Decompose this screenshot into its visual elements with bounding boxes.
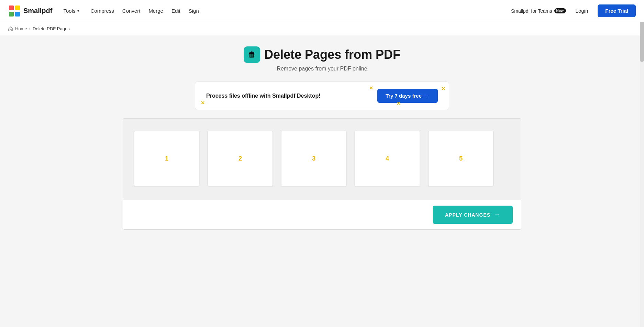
title-row: 🗑 Delete Pages from PDF [244, 46, 400, 63]
page-number-1: 1 [165, 155, 168, 162]
logo[interactable]: Smallpdf [8, 5, 52, 17]
nav-right: Smallpdf for Teams New Login Free Trial [511, 4, 636, 17]
page-number-4: 4 [386, 155, 389, 162]
page-title-area: 🗑 Delete Pages from PDF Remove pages fro… [244, 46, 400, 72]
tools-chevron-icon: ▾ [77, 9, 79, 13]
breadcrumb-home-icon[interactable] [8, 26, 13, 31]
workspace: 12345 APPLY CHANGES → [123, 118, 521, 230]
sparkle-1-icon: ✕ [369, 85, 373, 91]
teams-link[interactable]: Smallpdf for Teams New [511, 8, 566, 14]
pdf-page-1[interactable]: 1 [134, 131, 199, 186]
page-number-5: 5 [459, 155, 463, 162]
try-free-label: Try 7 days free [386, 93, 422, 99]
sparkle-2-icon: ✕ [201, 100, 205, 106]
teams-label: Smallpdf for Teams [511, 8, 552, 14]
sign-link[interactable]: Sign [189, 8, 199, 14]
scrollbar[interactable] [640, 0, 644, 327]
apply-changes-label: APPLY CHANGES [445, 212, 490, 218]
tools-label: Tools [63, 8, 75, 14]
page-title: Delete Pages from PDF [264, 47, 400, 62]
apply-changes-button[interactable]: APPLY CHANGES → [433, 206, 513, 224]
pdf-page-5[interactable]: 5 [428, 131, 493, 186]
page-subtitle: Remove pages from your PDF online [277, 66, 367, 72]
main-content: 🗑 Delete Pages from PDF Remove pages fro… [0, 35, 644, 241]
free-trial-button[interactable]: Free Trial [598, 4, 636, 17]
breadcrumb-current: Delete PDF Pages [33, 26, 70, 31]
try-free-arrow: → [424, 93, 430, 99]
breadcrumb-separator: › [29, 26, 31, 31]
pages-area: 12345 [123, 119, 521, 200]
pdf-page-2[interactable]: 2 [208, 131, 273, 186]
edit-link[interactable]: Edit [171, 8, 180, 14]
nav-links: Compress Convert Merge Edit Sign [90, 8, 199, 14]
apply-arrow-icon: → [494, 211, 500, 218]
svg-rect-0 [9, 6, 14, 10]
smallpdf-logo-icon [8, 5, 21, 17]
trash-icon-box: 🗑 [244, 46, 260, 63]
svg-rect-1 [15, 6, 20, 10]
sparkle-3-icon: ✕ [397, 101, 401, 106]
compress-link[interactable]: Compress [90, 8, 114, 14]
pdf-page-3[interactable]: 3 [281, 131, 346, 186]
svg-rect-3 [15, 12, 20, 17]
page-number-3: 3 [312, 155, 315, 162]
logo-text: Smallpdf [23, 7, 52, 15]
sparkle-4-icon: ✕ [441, 86, 445, 91]
page-number-2: 2 [238, 155, 242, 162]
tools-menu[interactable]: Tools ▾ [63, 8, 79, 14]
try-free-button[interactable]: Try 7 days free → [377, 89, 438, 103]
svg-rect-2 [9, 12, 14, 17]
pdf-page-4[interactable]: 4 [355, 131, 420, 186]
merge-link[interactable]: Merge [148, 8, 163, 14]
promo-text: Process files offline with Smallpdf Desk… [206, 93, 321, 99]
breadcrumb-home-link[interactable]: Home [15, 26, 27, 31]
convert-link[interactable]: Convert [122, 8, 141, 14]
trash-icon: 🗑 [248, 50, 256, 59]
login-button[interactable]: Login [571, 5, 592, 17]
promo-banner: ✕ ✕ ✕ ✕ Process files offline with Small… [195, 81, 449, 110]
workspace-footer: APPLY CHANGES → [123, 200, 521, 229]
breadcrumb: Home › Delete PDF Pages [0, 22, 644, 35]
new-badge: New [554, 8, 566, 13]
navbar: Smallpdf Tools ▾ Compress Convert Merge … [0, 0, 644, 22]
